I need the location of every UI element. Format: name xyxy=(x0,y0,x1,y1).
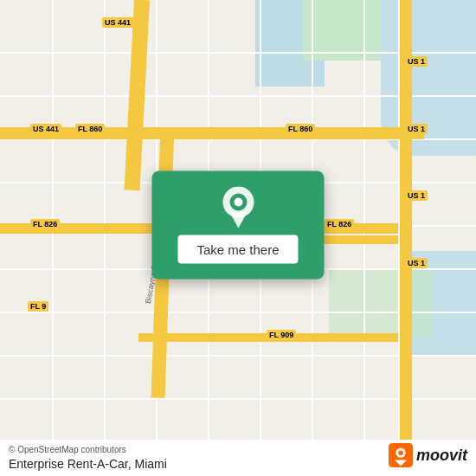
moovit-icon xyxy=(389,443,413,467)
map-container: Biscayne Canal US 441 US 441 FL 860 FL 8… xyxy=(0,0,476,476)
place-title: Enterprise Rent-A-Car, Miami xyxy=(9,457,167,471)
label-fl826-left: FL 826 xyxy=(30,219,60,229)
popup-card: Take me there xyxy=(151,171,324,280)
label-fl860-right: FL 860 xyxy=(286,124,315,134)
label-us1-1: US 1 xyxy=(405,56,428,67)
label-us441-top: US 441 xyxy=(102,17,133,28)
label-us1-3: US 1 xyxy=(405,190,428,201)
label-fl909: FL 909 xyxy=(267,330,296,340)
label-us1-4: US 1 xyxy=(405,258,428,268)
label-fl860-left: FL 860 xyxy=(75,124,105,134)
green-area-bottom-right xyxy=(329,268,433,338)
label-us441-mid: US 441 xyxy=(30,124,61,134)
moovit-logo: moovit xyxy=(389,443,467,467)
svg-point-2 xyxy=(234,198,242,207)
take-me-there-button[interactable]: Take me there xyxy=(177,235,298,264)
location-pin-icon xyxy=(219,189,257,227)
label-us1-2: US 1 xyxy=(405,124,428,134)
svg-marker-3 xyxy=(229,213,247,228)
svg-point-7 xyxy=(398,450,403,455)
label-fl826-right: FL 826 xyxy=(325,219,354,229)
label-fl9: FL 9 xyxy=(28,301,48,312)
moovit-text: moovit xyxy=(416,447,467,465)
bottom-bar: © OpenStreetMap contributors Enterprise … xyxy=(0,440,476,476)
